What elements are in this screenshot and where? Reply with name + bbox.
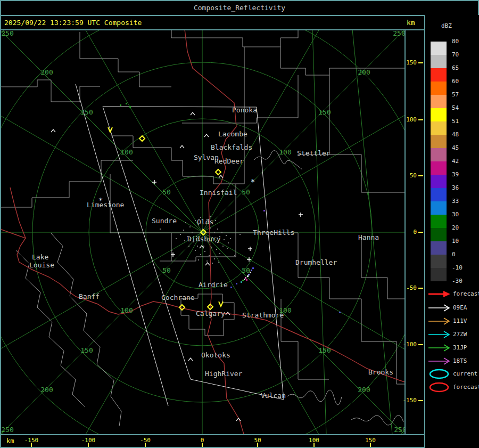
colorbar-label: 57 — [452, 92, 475, 98]
range-ring-label: 50 — [242, 188, 250, 196]
colorbar-swatch — [431, 268, 447, 281]
separator-under-title — [0, 15, 479, 16]
right-axis-tick — [418, 62, 423, 63]
colorbar-label: -30 — [452, 278, 475, 284]
colorbar-swatch — [431, 82, 447, 95]
colorbar-label: 39 — [452, 172, 475, 178]
range-ring-label: 250 — [1, 426, 13, 434]
echo-dot — [246, 279, 247, 281]
echo-dot — [126, 103, 127, 104]
legend-label: 31JP — [453, 344, 467, 351]
colorbar-swatch — [431, 161, 447, 175]
colorbar-label: 10 — [452, 238, 475, 245]
colorbar-label: 51 — [452, 118, 475, 125]
echo-dot — [251, 270, 252, 271]
caret-marker-icon — [219, 175, 223, 178]
legend-row: forecast — [425, 382, 479, 393]
city-label-blackfalds: Blackfalds — [211, 143, 252, 151]
city-label-drumheller: Drumheller — [295, 258, 337, 266]
colorbar-panel: dBZ 807065605754514845423936333020100-10… — [425, 15, 479, 448]
colorbar-unit-label: dBZ — [441, 22, 452, 29]
colorbar-label: 33 — [452, 198, 475, 205]
range-ring-label: 250 — [393, 29, 404, 37]
range-ring-label: 200 — [358, 68, 370, 76]
colorbar-swatch — [431, 228, 447, 241]
range-ring-label: 150 — [80, 108, 93, 116]
echo-dot — [244, 279, 245, 280]
city-label-didsbury: Didsbury — [187, 235, 221, 243]
echo-dot — [242, 280, 244, 281]
radar-site-diamond-icon — [139, 136, 145, 141]
range-ring-label: 250 — [1, 29, 13, 37]
bottom-axis-tick — [257, 443, 258, 447]
echo-dot — [120, 104, 121, 106]
city-label-louise: Louise — [29, 261, 54, 269]
legend-label: 111V — [453, 317, 467, 324]
cross-marker-icon — [299, 213, 303, 217]
colorbar-label: 45 — [452, 145, 475, 151]
timestamp-label: 2025/09/22 13:23:59 UTC Composite — [4, 19, 142, 27]
city-label-strathmore: Strathmore — [242, 311, 284, 319]
colorbar-label: -10 — [452, 265, 475, 271]
right-axis-tick — [418, 232, 423, 233]
colorbar-label: 0 — [452, 251, 475, 258]
colorbar-label: 36 — [452, 185, 475, 191]
caret-marker-icon — [191, 112, 195, 115]
colorbar-swatch — [431, 55, 447, 68]
range-ring-label: 200 — [40, 386, 53, 394]
caret-marker-icon — [205, 263, 210, 265]
caret-marker-icon — [200, 246, 204, 248]
legend-row: current — [425, 369, 479, 379]
colorbar-swatch — [431, 201, 447, 215]
track-markers: ** — [51, 112, 303, 421]
city-label-stettler: Stettler — [297, 149, 331, 157]
colorbar-label: 80 — [452, 38, 475, 45]
radar-map: ** 2502001501005050100150200250501001502… — [0, 29, 404, 434]
echo-dot — [236, 283, 237, 284]
range-ring-label: 100 — [120, 148, 133, 156]
city-label-reddeer: RedDeer — [214, 157, 244, 165]
colorbar-swatch — [431, 121, 447, 135]
legend-label: 27ZW — [453, 331, 467, 338]
colorbar-label: 54 — [452, 105, 475, 111]
bottom-axis-unit-label: km — [6, 437, 14, 445]
colorbar-label: 65 — [452, 65, 475, 71]
radar-viewer-window: Composite_Reflectivity 2025/09/22 13:23:… — [0, 0, 479, 448]
bottom-axis-tick — [88, 443, 89, 447]
colorbar-swatch — [431, 241, 447, 255]
colorbar-swatch — [431, 215, 447, 228]
range-ring-label: 200 — [358, 386, 370, 394]
colorbar-label: 30 — [452, 211, 475, 218]
right-axis-label: 150 — [393, 59, 417, 66]
right-axis-label: -100 — [393, 341, 417, 348]
city-labels: PonokaLacombeBlackfaldsSylvanRedDeerStet… — [29, 106, 393, 400]
echo-dot — [241, 281, 242, 283]
right-axis-unit-label: km — [407, 19, 423, 27]
bottom-axis-tick — [202, 443, 203, 447]
range-ring-label: 200 — [40, 68, 53, 76]
city-label-limestone: Limestone — [87, 201, 125, 209]
colorbar-label: 60 — [452, 78, 475, 85]
city-label-sundre: Sundre — [152, 217, 177, 225]
colorbar-swatch — [431, 175, 447, 188]
city-label-olds: Olds — [197, 218, 213, 226]
echo-dot — [245, 277, 246, 279]
title-bar: Composite_Reflectivity — [0, 0, 479, 15]
echo-dot — [339, 312, 341, 313]
right-axis-label: 50 — [393, 172, 417, 179]
range-ring-label: 100 — [279, 148, 291, 156]
legend-label: 18TS — [453, 357, 467, 364]
legend-row: 09EA — [425, 303, 479, 313]
bottom-axis-tick — [313, 443, 315, 447]
legend-row: 111V — [425, 316, 479, 327]
colorbar-label: 20 — [452, 225, 475, 231]
city-label-calgary: Calgary — [196, 309, 225, 317]
caret-marker-icon — [180, 145, 184, 148]
right-axis-label: -150 — [393, 397, 417, 404]
range-ring-label: 250 — [394, 426, 404, 434]
right-axis-tick — [418, 119, 423, 120]
legend-row: 27ZW — [425, 329, 479, 340]
colorbar-label: 70 — [452, 52, 475, 58]
range-ring-label: 150 — [318, 346, 331, 354]
colorbar-swatch — [431, 255, 447, 268]
